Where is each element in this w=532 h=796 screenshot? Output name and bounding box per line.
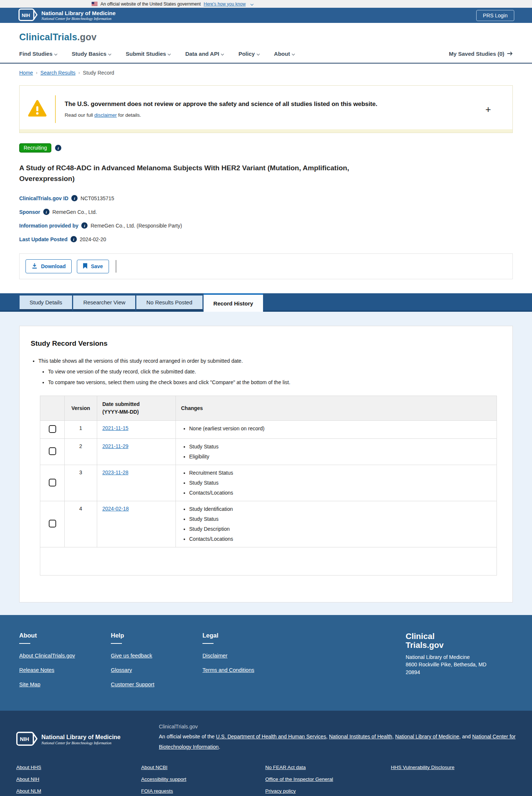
- footer-link-feedback[interactable]: Give us feedback: [111, 653, 152, 659]
- changes-list: None (earliest version on record): [181, 426, 491, 431]
- alert-text: Read our full disclaimer for details.: [65, 112, 512, 118]
- last-update-value: 2024-02-20: [80, 236, 106, 242]
- table-row: 1 2021-11-15 None (earliest version on r…: [40, 421, 497, 439]
- version-1-date-link[interactable]: 2021-11-15: [102, 425, 129, 431]
- footer-heading: Help: [111, 632, 202, 639]
- nav-data-api[interactable]: Data and API: [185, 51, 224, 57]
- my-saved-studies-link[interactable]: My Saved Studies (0): [449, 51, 513, 57]
- info-icon[interactable]: i: [55, 145, 61, 151]
- version-2-date-link[interactable]: 2021-11-29: [102, 443, 129, 449]
- meta-id-row: ClinicalTrials.gov ID i NCT05135715: [19, 195, 513, 201]
- gov-banner: An official website of the United States…: [0, 0, 532, 8]
- divider: [19, 643, 30, 644]
- instruction-item: This table shows all the versions of thi…: [38, 358, 501, 385]
- footer-link-grid: About HHS About NIH About NLM About NCBI…: [16, 765, 516, 796]
- footer-about-column: About About ClinicalTrials.gov Release N…: [19, 632, 111, 696]
- table-row: 3 2023-11-28 Recruitment Status Study St…: [40, 465, 497, 501]
- date-column-header: Date submitted (YYYY-MM-DD): [97, 396, 176, 421]
- bookmark-icon: [83, 263, 88, 270]
- info-icon[interactable]: i: [43, 209, 50, 215]
- info-icon[interactable]: i: [81, 222, 88, 229]
- version-4-checkbox[interactable]: [49, 520, 56, 527]
- footer-link-no-fear[interactable]: No FEAR Act data: [265, 765, 306, 770]
- nav-submit-studies[interactable]: Submit Studies: [126, 51, 170, 57]
- footer-link-foia[interactable]: FOIA requests: [141, 788, 173, 794]
- chevron-down-icon: [221, 52, 224, 55]
- breadcrumb-separator: ›: [78, 70, 80, 75]
- footer-link-oig[interactable]: Office of the Inspector General: [265, 776, 333, 782]
- nav-policy[interactable]: Policy: [238, 51, 259, 57]
- divider: [111, 643, 122, 644]
- nlm-title: National Library of Medicine: [41, 10, 116, 16]
- version-4-date-link[interactable]: 2024-02-18: [102, 506, 129, 512]
- footer-link-about-nlm[interactable]: About NLM: [16, 788, 41, 794]
- nav-about[interactable]: About: [274, 51, 294, 57]
- footer-link-accessibility[interactable]: Accessibility support: [141, 776, 186, 782]
- info-icon[interactable]: i: [71, 195, 78, 201]
- tab-researcher-view[interactable]: Researcher View: [73, 295, 135, 310]
- breadcrumb-search-results[interactable]: Search Results: [40, 70, 75, 76]
- nih-link[interactable]: National Institutes of Health: [329, 734, 392, 739]
- chevron-down-icon: [250, 2, 253, 5]
- footer-link-about-ncbi[interactable]: About NCBI: [141, 765, 167, 770]
- version-1-checkbox[interactable]: [49, 425, 56, 433]
- footer-link-disclaimer[interactable]: Disclaimer: [202, 653, 228, 659]
- status-row: Recruiting i: [19, 143, 513, 153]
- footer-link-glossary[interactable]: Glossary: [111, 667, 132, 673]
- save-button[interactable]: Save: [77, 260, 109, 273]
- nav-find-studies[interactable]: Find Studies: [19, 51, 57, 57]
- study-record-versions-card: Study Record Versions This table shows a…: [19, 326, 513, 602]
- version-3-date-link[interactable]: 2023-11-28: [102, 469, 129, 475]
- divider: [202, 643, 214, 644]
- footer-link-about-nih[interactable]: About NIH: [16, 776, 39, 782]
- download-icon: [31, 263, 38, 270]
- disclaimer-link[interactable]: disclaimer: [94, 112, 117, 118]
- version-number: 3: [65, 465, 97, 501]
- tab-study-details[interactable]: Study Details: [20, 295, 72, 310]
- version-number: 4: [65, 501, 97, 547]
- prs-login-button[interactable]: PRS Login: [476, 10, 514, 21]
- footer-link-about-clinicaltrials[interactable]: About ClinicalTrials.gov: [19, 653, 75, 659]
- tab-record-history[interactable]: Record History: [204, 293, 263, 312]
- nct-id: NCT05135715: [81, 195, 114, 201]
- banner-text: An official website of the United States…: [100, 1, 201, 7]
- info-icon[interactable]: i: [71, 236, 77, 242]
- version-number: 1: [65, 421, 97, 439]
- version-3-checkbox[interactable]: [49, 479, 56, 486]
- hhs-link[interactable]: U.S. Department of Health and Human Serv…: [216, 734, 326, 739]
- nav-study-basics[interactable]: Study Basics: [72, 51, 111, 57]
- footer-link-terms[interactable]: Terms and Conditions: [202, 667, 254, 673]
- breadcrumb-current: Study Record: [83, 70, 114, 76]
- table-row: 2 2021-11-29 Study Status Eligibility: [40, 439, 497, 465]
- table-footer-row: [40, 547, 497, 575]
- footer-link-customer-support[interactable]: Customer Support: [111, 681, 154, 687]
- footer-link-site-map[interactable]: Site Map: [19, 681, 40, 687]
- version-2-checkbox[interactable]: [49, 447, 56, 455]
- footer-link-about-hhs[interactable]: About HHS: [16, 765, 41, 770]
- footer-link-release-notes[interactable]: Release Notes: [19, 667, 54, 673]
- footer: About About ClinicalTrials.gov Release N…: [0, 615, 532, 711]
- id-label: ClinicalTrials.gov ID: [19, 195, 68, 201]
- ncbi-subtitle: National Center for Biotechnology Inform…: [41, 741, 120, 745]
- alert-title: The U.S. government does not review or a…: [65, 100, 512, 107]
- expand-icon[interactable]: +: [485, 105, 491, 114]
- instructions-list: This table shows all the versions of thi…: [31, 358, 501, 385]
- clinicaltrials-logo[interactable]: ClinicalTrials.gov: [19, 32, 513, 42]
- main-nav: Find Studies Study Basics Submit Studies…: [19, 51, 513, 57]
- nlm-link[interactable]: National Library of Medicine: [395, 734, 459, 739]
- tab-no-results-posted[interactable]: No Results Posted: [136, 295, 202, 310]
- how-you-know-link[interactable]: Here's how you know: [204, 1, 246, 7]
- actions-bar: Download Save: [19, 253, 513, 279]
- breadcrumb-home[interactable]: Home: [19, 70, 33, 76]
- warning-icon: [28, 99, 47, 120]
- download-button[interactable]: Download: [25, 259, 72, 273]
- footer-link-vulnerability[interactable]: HHS Vulnerability Disclosure: [391, 765, 454, 770]
- page-title: A Study of RC48-ADC in Advanced Melanoma…: [19, 163, 392, 184]
- footer-address: 8600 Rockville Pike, Bethesda, MD 20894: [406, 661, 491, 676]
- instruction-item: To view one version of the study record,…: [48, 369, 501, 375]
- chevron-down-icon: [54, 52, 57, 55]
- meta-info-provided-row: Information provided by i RemeGen Co., L…: [19, 222, 513, 229]
- footer-link-privacy[interactable]: Privacy policy: [265, 788, 296, 794]
- government-footer: NIH National Library of Medicine Nationa…: [0, 711, 532, 796]
- footer-org: National Library of Medicine: [406, 654, 513, 660]
